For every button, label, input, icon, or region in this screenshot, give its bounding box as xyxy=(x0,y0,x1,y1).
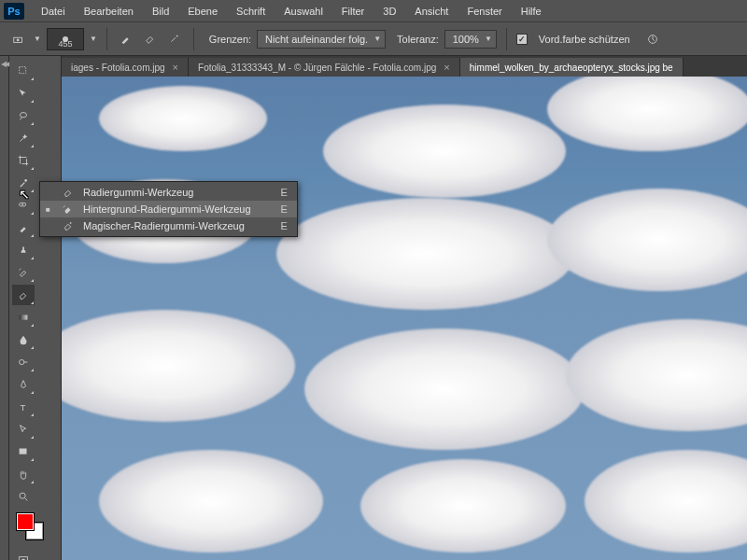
flyout-shortcut: E xyxy=(281,220,288,231)
menu-fenster[interactable]: Fenster xyxy=(458,3,511,20)
menu-schrift[interactable]: Schrift xyxy=(227,3,275,20)
brush-size-value: 455 xyxy=(58,39,72,49)
marquee-tool[interactable] xyxy=(12,83,35,104)
tab-label: himmel_wolken_by_archaeopteryx_stocks.jp… xyxy=(470,63,673,73)
options-bar: ▼ 455 ▼ Grenzen: Nicht aufeinander folg.… xyxy=(0,22,747,56)
selected-marker: ■ xyxy=(46,205,53,214)
protect-fg-label: Vord.farbe schützen xyxy=(539,34,630,45)
pen-tool[interactable] xyxy=(12,374,35,395)
brush-settings-icon[interactable] xyxy=(117,30,135,49)
gradient-tool[interactable] xyxy=(12,307,35,328)
eraser-tool-flyout: Radiergummi-Werkzeug E ■ Hintergrund-Rad… xyxy=(39,181,298,237)
chevron-down-icon: ▼ xyxy=(374,35,381,43)
tool-preset-icon[interactable] xyxy=(9,30,28,49)
brush-preset-picker[interactable]: 455 xyxy=(47,28,84,50)
canvas[interactable] xyxy=(62,77,747,560)
separator xyxy=(106,28,107,50)
quick-mask-tool[interactable] xyxy=(12,551,35,560)
flyout-label: Hintergrund-Radiergummi-Werkzeug xyxy=(83,203,274,215)
lasso-tool[interactable] xyxy=(12,105,35,126)
zoom-tool[interactable] xyxy=(12,486,35,507)
tolerance-dropdown[interactable]: 100% ▼ xyxy=(444,30,497,49)
airbrush-icon[interactable] xyxy=(165,30,184,49)
magic-eraser-icon xyxy=(61,219,76,232)
brush-tool[interactable] xyxy=(12,217,35,238)
workspace: ◀◀ T iages - Fotolia.com.jpg× Fotolia_31 xyxy=(0,56,747,560)
app-logo: Ps xyxy=(4,3,24,20)
chevron-down-icon[interactable]: ▼ xyxy=(90,35,97,43)
menu-bild[interactable]: Bild xyxy=(143,3,178,20)
close-icon[interactable]: × xyxy=(444,62,449,73)
svg-point-5 xyxy=(21,113,27,118)
document-tab[interactable]: Fotolia_31333343_M - © Jürgen Fälchle - … xyxy=(189,58,460,77)
menu-filter[interactable]: Filter xyxy=(332,3,374,20)
svg-point-1 xyxy=(17,38,20,41)
menu-ebene[interactable]: Ebene xyxy=(178,3,227,20)
bg-eraser-icon xyxy=(61,203,76,216)
menu-ansicht[interactable]: Ansicht xyxy=(405,3,458,20)
path-selection-tool[interactable] xyxy=(12,419,35,440)
rectangle-tool[interactable] xyxy=(12,441,35,462)
chevron-down-icon[interactable]: ▼ xyxy=(34,35,41,43)
foreground-color-swatch[interactable] xyxy=(17,513,34,530)
limits-label: Grenzen: xyxy=(209,34,251,45)
flyout-label: Radiergummi-Werkzeug xyxy=(83,187,274,198)
flyout-item-magic-eraser[interactable]: Magischer-Radiergummi-Werkzeug E xyxy=(40,217,297,234)
svg-rect-12 xyxy=(20,449,27,455)
chevron-down-icon: ▼ xyxy=(485,35,492,43)
close-icon[interactable]: × xyxy=(173,62,178,73)
svg-rect-4 xyxy=(20,67,26,74)
menu-auswahl[interactable]: Auswahl xyxy=(275,3,332,20)
separator xyxy=(193,28,194,50)
menu-datei[interactable]: Datei xyxy=(32,3,75,20)
document-tab[interactable]: himmel_wolken_by_archaeopteryx_stocks.jp… xyxy=(460,58,684,77)
svg-rect-9 xyxy=(20,315,28,319)
menu-bearbeiten[interactable]: Bearbeiten xyxy=(75,3,143,20)
flyout-shortcut: E xyxy=(281,203,288,215)
svg-point-2 xyxy=(176,35,178,36)
pressure-icon[interactable] xyxy=(643,30,662,49)
tolerance-value: 100% xyxy=(453,34,479,45)
dodge-tool[interactable] xyxy=(12,352,35,372)
svg-point-13 xyxy=(20,493,25,498)
eraser-icon xyxy=(61,186,76,199)
magic-wand-tool[interactable] xyxy=(12,128,35,148)
svg-point-10 xyxy=(20,359,24,364)
hand-tool[interactable] xyxy=(12,464,35,484)
flyout-label: Magischer-Radiergummi-Werkzeug xyxy=(83,220,274,231)
document-tab[interactable]: iages - Fotolia.com.jpg× xyxy=(62,58,189,77)
tab-label: iages - Fotolia.com.jpg xyxy=(71,63,165,73)
menu-3d[interactable]: 3D xyxy=(374,3,405,20)
crop-tool[interactable] xyxy=(12,150,35,171)
clone-stamp-tool[interactable] xyxy=(12,240,35,260)
move-tool[interactable] xyxy=(12,61,35,81)
eraser-tool[interactable] xyxy=(12,285,35,305)
flyout-item-bg-eraser[interactable]: ■ Hintergrund-Radiergummi-Werkzeug E xyxy=(40,201,297,217)
svg-rect-8 xyxy=(22,247,24,251)
type-tool[interactable]: T xyxy=(12,397,35,417)
protect-fg-checkbox[interactable]: ✓ xyxy=(516,34,528,45)
menu-bar: Ps Datei Bearbeiten Bild Ebene Schrift A… xyxy=(0,0,747,22)
tolerance-label: Toleranz: xyxy=(397,34,439,45)
limits-value: Nicht aufeinander folg. xyxy=(265,34,368,45)
canvas-area: iages - Fotolia.com.jpg× Fotolia_3133334… xyxy=(62,56,747,560)
eraser-mode-icon[interactable] xyxy=(141,30,160,49)
svg-point-6 xyxy=(24,179,27,182)
collapse-arrows-icon: ◀◀ xyxy=(1,60,8,560)
flyout-shortcut: E xyxy=(281,187,288,198)
menu-hilfe[interactable]: Hilfe xyxy=(512,3,551,20)
document-tabs: iages - Fotolia.com.jpg× Fotolia_3133334… xyxy=(62,56,747,77)
svg-text:T: T xyxy=(21,402,26,413)
color-swatches[interactable] xyxy=(11,511,58,549)
panel-dock-strip[interactable]: ◀◀ xyxy=(0,56,9,560)
history-brush-tool[interactable] xyxy=(12,262,35,283)
separator xyxy=(506,28,507,50)
tab-label: Fotolia_31333343_M - © Jürgen Fälchle - … xyxy=(198,63,436,73)
toolbar: T xyxy=(9,56,62,560)
limits-dropdown[interactable]: Nicht aufeinander folg. ▼ xyxy=(257,30,386,49)
flyout-item-eraser[interactable]: Radiergummi-Werkzeug E xyxy=(40,184,297,201)
cursor-icon: ↖ xyxy=(19,187,30,202)
blur-tool[interactable] xyxy=(12,329,35,350)
